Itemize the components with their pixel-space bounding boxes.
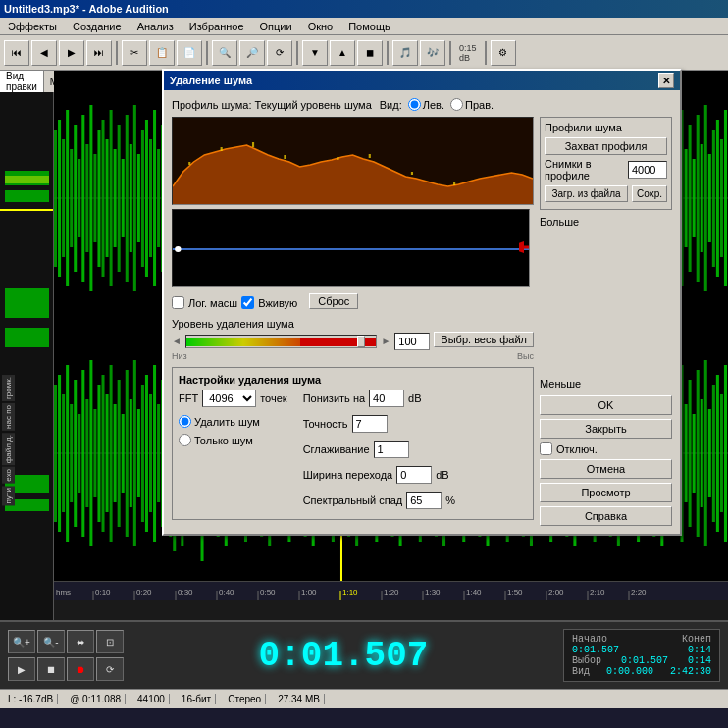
profiles-box: Профили шума Захват профиля Снимки в про… — [540, 117, 672, 210]
dialog-right-panel: Профили шума Захват профиля Снимки в про… — [540, 117, 672, 526]
dialog-left-panel: Лог. масш Вживую Сброс Уровень удаления … — [172, 117, 534, 526]
slider-gradient — [186, 338, 300, 346]
noise-reduction-dialog: Удаление шума ✕ Профиль шума: Текущий ур… — [162, 69, 682, 536]
close-btn[interactable]: Закрыть — [540, 419, 672, 439]
chart-area — [172, 209, 534, 287]
view-left-radio[interactable] — [408, 98, 421, 111]
snapshots-row: Снимки в профиле — [545, 158, 667, 182]
only-noise-option[interactable]: Только шум — [179, 434, 287, 446]
nr-slider-track[interactable] — [185, 335, 378, 348]
view-left-text: Лев. — [423, 99, 444, 111]
ok-btn[interactable]: OK — [540, 395, 672, 415]
reset-btn[interactable]: Сброс — [309, 293, 358, 309]
svg-rect-386 — [188, 162, 190, 165]
load-btn[interactable]: Загр. из файла — [545, 185, 628, 202]
high-label: Выс — [517, 351, 534, 361]
reduce-by-unit: dB — [408, 392, 421, 404]
smoothing-label: Сглаживание — [303, 443, 370, 455]
profile-label: Профиль шума: Текущий уровень шума — [172, 99, 372, 111]
spec-decay-unit: % — [445, 494, 455, 506]
spec-decay-label: Спектральный спад — [303, 494, 403, 506]
live-checkbox[interactable] — [241, 296, 254, 309]
log-scale-checkbox[interactable] — [172, 296, 184, 309]
capture-profile-btn[interactable]: Захват профиля — [545, 137, 667, 155]
smoothing-row: Сглаживание — [303, 441, 455, 458]
reduce-by-input[interactable] — [369, 390, 404, 407]
profile-row: Профиль шума: Текущий уровень шума Вид: … — [172, 98, 672, 111]
slider-arrow-right: ► — [381, 336, 390, 346]
settings-col-right: Понизить на dB Точность Сглаживание — [303, 390, 455, 513]
red-arrow-svg — [519, 233, 530, 262]
view-label: Вид: — [380, 99, 402, 111]
nr-slider-thumb[interactable] — [357, 336, 365, 347]
precision-row: Точность — [303, 415, 455, 433]
remove-noise-option[interactable]: Удалить шум — [179, 415, 287, 428]
svg-rect-389 — [284, 155, 286, 159]
disconnect-label: Отключ. — [556, 443, 598, 455]
help-btn[interactable]: Справка — [540, 506, 672, 526]
trans-width-unit: dB — [436, 469, 448, 481]
more-label: Больше — [540, 216, 672, 228]
nr-level-section: Уровень удаления шума ◄ ► Выбр. — [172, 318, 534, 361]
svg-point-396 — [175, 246, 181, 252]
dialog-main-content: Лог. масш Вживую Сброс Уровень удаления … — [172, 117, 672, 526]
svg-rect-393 — [453, 182, 455, 185]
nr-level-value-input[interactable] — [394, 333, 430, 350]
dialog-overlay: Удаление шума ✕ Профиль шума: Текущий ур… — [0, 0, 728, 728]
low-label: Низ — [172, 351, 187, 361]
fft-row: FFT 4096 2048 8192 точек — [179, 390, 287, 407]
more-less-labels: Больше — [540, 216, 672, 228]
slider-arrow-left: ◄ — [172, 336, 182, 346]
action-buttons: OK Закрыть Отключ. Отмена Просмотр Справ… — [540, 395, 672, 526]
settings-content: FFT 4096 2048 8192 точек — [179, 390, 527, 513]
dialog-title: Удаление шума — [170, 75, 252, 86]
save-btn[interactable]: Сохр. — [632, 185, 667, 202]
reduce-by-label: Понизить на — [303, 392, 365, 404]
select-file-btn[interactable]: Выбр. весь файл — [434, 332, 534, 347]
snapshots-input[interactable] — [628, 161, 667, 179]
fft-label: FFT — [179, 392, 198, 404]
nr-slider-container: ◄ ► Выбр. весь файл — [172, 332, 534, 350]
precision-input[interactable] — [352, 415, 388, 433]
disconnect-checkbox[interactable] — [540, 442, 552, 455]
svg-rect-390 — [337, 157, 338, 160]
smoothing-input[interactable] — [374, 441, 409, 458]
spec-decay-row: Спектральный спад % — [303, 492, 455, 509]
trans-width-label: Ширина перехода — [303, 469, 393, 481]
disconnect-row: Отключ. — [540, 442, 672, 455]
log-scale-label: Лог. масш — [188, 297, 237, 309]
preview-btn[interactable]: Просмотр — [540, 483, 672, 502]
remove-noise-radio[interactable] — [179, 415, 191, 428]
spec-decay-input[interactable] — [406, 492, 442, 509]
view-left-label[interactable]: Лев. — [408, 98, 444, 111]
view-right-radio[interactable] — [450, 98, 463, 111]
remove-noise-label: Удалить шум — [194, 416, 260, 428]
spectrum-display — [172, 117, 534, 205]
only-noise-radio[interactable] — [179, 434, 191, 446]
spectrum-svg — [173, 118, 533, 205]
svg-rect-391 — [369, 154, 371, 158]
profiles-title: Профили шума — [545, 122, 667, 133]
svg-rect-388 — [252, 142, 254, 147]
precision-label: Точность — [303, 418, 348, 430]
fft-unit: точек — [260, 392, 286, 404]
svg-rect-392 — [411, 172, 413, 175]
only-noise-label: Только шум — [194, 435, 253, 446]
logscale-row: Лог. масш Вживую Сброс — [172, 293, 534, 312]
settings-title: Настройки удаления шума — [179, 374, 527, 386]
settings-col-left: FFT 4096 2048 8192 точек — [179, 390, 287, 513]
cancel-btn[interactable]: Отмена — [540, 459, 672, 479]
dialog-close-btn[interactable]: ✕ — [658, 73, 674, 88]
less-label: Меньше — [540, 378, 581, 390]
nr-level-label: Уровень удаления шума — [172, 318, 534, 330]
dialog-title-bar: Удаление шума ✕ — [164, 71, 680, 90]
fft-select[interactable]: 4096 2048 8192 — [202, 390, 256, 407]
chart-wrapper — [172, 209, 530, 287]
slider-markers: Низ Выс — [172, 351, 534, 361]
view-right-text: Прав. — [465, 99, 494, 111]
settings-box: Настройки удаления шума FFT 4096 2048 81… — [172, 367, 534, 520]
noise-chart-svg — [173, 210, 529, 287]
view-right-label[interactable]: Прав. — [450, 98, 494, 111]
dialog-body: Профиль шума: Текущий уровень шума Вид: … — [164, 90, 680, 534]
trans-width-input[interactable] — [396, 466, 432, 484]
